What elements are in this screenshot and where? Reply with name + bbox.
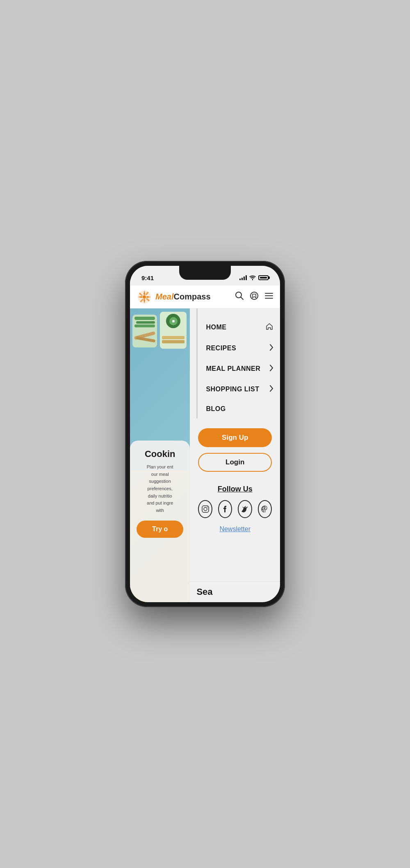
phone-notch	[179, 266, 231, 280]
pinterest-icon[interactable]	[258, 500, 272, 518]
battery-icon	[258, 275, 269, 280]
menu-panel: HOME RECIPES	[190, 308, 280, 602]
twitter-icon[interactable]	[238, 500, 252, 518]
content-card: Cookin Plan your entour mealsuggestionpr…	[130, 441, 190, 602]
nav-label-recipes: RECIPES	[206, 345, 236, 352]
home-icon	[265, 322, 273, 332]
svg-point-1	[143, 295, 146, 299]
wifi-icon	[249, 275, 256, 280]
content-title: Cookin	[137, 449, 183, 459]
chevron-right-icon-recipes	[269, 344, 273, 353]
nav-label-shopping-list: SHOPPING LIST	[206, 386, 259, 393]
image-panel: Cookin Plan your entour mealsuggestionpr…	[130, 308, 190, 602]
nav-item-home[interactable]: HOME	[198, 317, 280, 338]
nav-item-blog[interactable]: BLOG	[198, 400, 280, 418]
svg-point-18	[207, 507, 208, 507]
nav-menu: HOME RECIPES	[196, 308, 280, 418]
content-description: Plan your entour mealsuggestionpreferenc…	[137, 464, 183, 514]
search-icon[interactable]	[235, 291, 244, 303]
nav-item-meal-planner[interactable]: MEAL PLANNER	[198, 359, 280, 379]
nav-label-home: HOME	[206, 324, 226, 331]
social-icons	[198, 500, 272, 518]
logo: MealCompass	[137, 289, 211, 305]
phone-frame: 9:41	[125, 261, 285, 607]
facebook-icon[interactable]	[218, 500, 232, 518]
svg-line-11	[241, 297, 244, 299]
menu-icon[interactable]	[264, 291, 273, 303]
bookmark-icon[interactable]	[250, 291, 259, 303]
header-actions	[235, 291, 273, 303]
instagram-icon[interactable]	[198, 500, 212, 518]
phone-screen: 9:41	[130, 266, 280, 602]
logo-icon	[137, 289, 152, 305]
login-button[interactable]: Login	[198, 453, 272, 472]
status-icons	[239, 275, 269, 280]
svg-point-12	[251, 292, 258, 299]
chevron-right-icon-shopping	[269, 385, 273, 394]
svg-point-17	[204, 507, 207, 511]
status-time: 9:41	[141, 274, 154, 281]
search-label: Sea	[196, 587, 212, 597]
logo-text: MealCompass	[155, 292, 211, 302]
signal-icon	[239, 275, 247, 280]
signup-button[interactable]: Sign Up	[198, 428, 272, 447]
app-header: MealCompass	[130, 286, 280, 308]
follow-title: Follow Us	[198, 485, 272, 493]
try-button[interactable]: Try o	[137, 521, 183, 538]
chevron-right-icon-meal-planner	[269, 364, 273, 373]
newsletter-link[interactable]: Newsletter	[219, 525, 251, 532]
auth-buttons: Sign Up Login	[190, 418, 280, 478]
nav-item-shopping-list[interactable]: SHOPPING LIST	[198, 379, 280, 400]
nav-label-meal-planner: MEAL PLANNER	[206, 365, 260, 372]
nav-label-blog: BLOG	[206, 405, 226, 413]
nav-item-recipes[interactable]: RECIPES	[198, 338, 280, 359]
main-content: Cookin Plan your entour mealsuggestionpr…	[130, 308, 280, 602]
follow-section: Follow Us	[190, 478, 280, 539]
